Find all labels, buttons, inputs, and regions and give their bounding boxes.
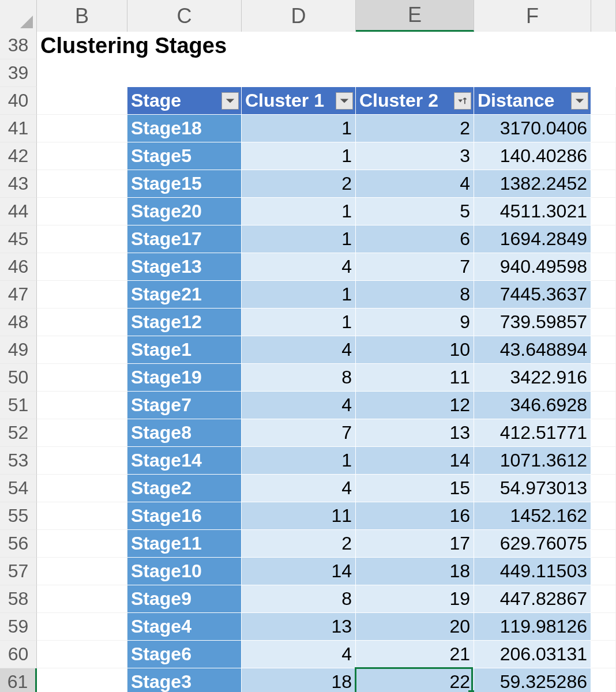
cell-G61[interactable] [591,668,616,692]
select-all-corner[interactable] [0,0,37,32]
cell-G56[interactable] [591,530,616,558]
row-header-49[interactable]: 49 [0,336,37,364]
cluster2-cell[interactable]: 22 [356,668,474,692]
stage-cell[interactable]: Stage8 [127,419,242,447]
cluster1-cell[interactable]: 1 [242,142,356,170]
col-header-B[interactable]: B [37,0,127,32]
cluster1-cell[interactable]: 1 [242,281,356,309]
cell-B61[interactable] [37,668,127,692]
stage-cell[interactable]: Stage1 [127,336,242,364]
col-header-D[interactable]: D [242,0,356,32]
cell-G42[interactable] [591,142,616,170]
row-header-50[interactable]: 50 [0,364,37,392]
col-header-G-partial[interactable] [591,0,616,32]
cluster2-cell[interactable]: 18 [356,558,474,585]
distance-cell[interactable]: 1694.2849 [474,225,591,253]
cluster2-cell[interactable]: 11 [356,364,474,392]
stage-cell[interactable]: Stage14 [127,447,242,475]
cell-G48[interactable] [591,309,616,336]
distance-cell[interactable]: 447.82867 [474,585,591,613]
row-header-57[interactable]: 57 [0,558,37,585]
cell-B48[interactable] [37,309,127,336]
table-header-cluster1[interactable]: Cluster 1 [242,87,356,115]
stage-cell[interactable]: Stage18 [127,115,242,142]
stage-cell[interactable]: Stage16 [127,502,242,530]
cell-G41[interactable] [591,115,616,142]
cluster1-cell[interactable]: 14 [242,558,356,585]
cluster1-cell[interactable]: 1 [242,447,356,475]
cell-B60[interactable] [37,641,127,668]
cluster1-cell[interactable]: 13 [242,613,356,641]
cluster2-cell[interactable]: 6 [356,225,474,253]
cell-B42[interactable] [37,142,127,170]
cluster2-cell[interactable]: 9 [356,309,474,336]
cell-B47[interactable] [37,281,127,309]
cluster2-cell[interactable]: 14 [356,447,474,475]
cell-B54[interactable] [37,475,127,502]
cluster2-cell[interactable]: 21 [356,641,474,668]
row-header-60[interactable]: 60 [0,641,37,668]
stage-cell[interactable]: Stage10 [127,558,242,585]
cluster1-cell[interactable]: 4 [242,475,356,502]
cluster1-cell[interactable]: 1 [242,198,356,225]
cell-G43[interactable] [591,170,616,198]
distance-cell[interactable]: 43.648894 [474,336,591,364]
cell-G58[interactable] [591,585,616,613]
distance-cell[interactable]: 1071.3612 [474,447,591,475]
distance-cell[interactable]: 3422.916 [474,364,591,392]
row-header-48[interactable]: 48 [0,309,37,336]
cluster1-cell[interactable]: 4 [242,641,356,668]
row-header-53[interactable]: 53 [0,447,37,475]
stage-cell[interactable]: Stage12 [127,309,242,336]
row-header-55[interactable]: 55 [0,502,37,530]
cluster1-cell[interactable]: 2 [242,170,356,198]
cell-G47[interactable] [591,281,616,309]
row-header-43[interactable]: 43 [0,170,37,198]
cluster1-cell[interactable]: 8 [242,364,356,392]
stage-cell[interactable]: Stage4 [127,613,242,641]
stage-cell[interactable]: Stage6 [127,641,242,668]
cluster1-cell[interactable]: 1 [242,225,356,253]
cell-B45[interactable] [37,225,127,253]
cluster1-cell[interactable]: 4 [242,253,356,281]
row-header-59[interactable]: 59 [0,613,37,641]
cell-B55[interactable] [37,502,127,530]
row-header-41[interactable]: 41 [0,115,37,142]
row-header-45[interactable]: 45 [0,225,37,253]
cluster1-cell[interactable]: 8 [242,585,356,613]
cell-B50[interactable] [37,364,127,392]
cluster2-cell[interactable]: 20 [356,613,474,641]
cell-G60[interactable] [591,641,616,668]
cell-B49[interactable] [37,336,127,364]
stage-cell[interactable]: Stage7 [127,392,242,419]
stage-cell[interactable]: Stage9 [127,585,242,613]
row-header-42[interactable]: 42 [0,142,37,170]
distance-cell[interactable]: 739.59857 [474,309,591,336]
stage-cell[interactable]: Stage2 [127,475,242,502]
row-header-58[interactable]: 58 [0,585,37,613]
cluster2-cell[interactable]: 4 [356,170,474,198]
table-header-stage[interactable]: Stage [127,87,242,115]
cluster1-cell[interactable]: 18 [242,668,356,692]
distance-cell[interactable]: 59.325286 [474,668,591,692]
cluster1-cell[interactable]: 1 [242,115,356,142]
col-header-F[interactable]: F [474,0,591,32]
filter-dropdown-icon[interactable] [336,92,353,110]
row-header-52[interactable]: 52 [0,419,37,447]
cluster2-cell[interactable]: 19 [356,585,474,613]
distance-cell[interactable]: 346.6928 [474,392,591,419]
stage-cell[interactable]: Stage20 [127,198,242,225]
cell-B57[interactable] [37,558,127,585]
row-header-47[interactable]: 47 [0,281,37,309]
table-header-cluster2[interactable]: Cluster 2 [356,87,474,115]
row-header-51[interactable]: 51 [0,392,37,419]
distance-cell[interactable]: 940.49598 [474,253,591,281]
cell-B52[interactable] [37,419,127,447]
distance-cell[interactable]: 7445.3637 [474,281,591,309]
cell-B41[interactable] [37,115,127,142]
distance-cell[interactable]: 54.973013 [474,475,591,502]
cluster2-cell[interactable]: 5 [356,198,474,225]
cell-B59[interactable] [37,613,127,641]
distance-cell[interactable]: 1382.2452 [474,170,591,198]
cell-G53[interactable] [591,447,616,475]
